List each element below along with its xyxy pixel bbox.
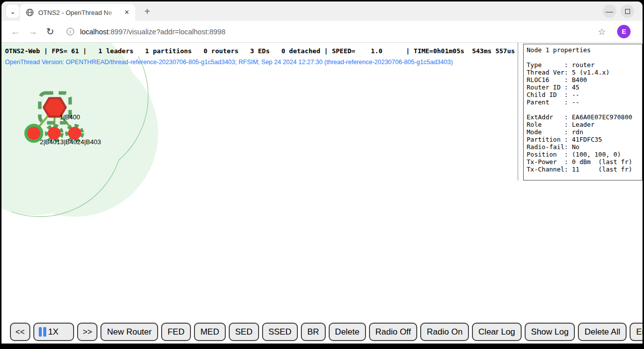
url-text: localhost:8997/visualize?addr=localhost:… <box>80 28 225 36</box>
node-4-label: 4|B403 <box>81 138 101 146</box>
node-properties-title: Node 1 properties <box>527 46 639 54</box>
bookmark-star-icon[interactable]: ☆ <box>595 26 608 37</box>
delete-all-button[interactable]: Delete All <box>578 323 627 341</box>
node-properties-panel: Node 1 properties Type : router Thread V… <box>523 44 643 180</box>
pause-icon <box>39 327 46 337</box>
new-router-button[interactable]: New Router <box>100 323 158 341</box>
canvas-divider <box>518 43 518 180</box>
node-1-label: 1|B400 <box>60 113 80 121</box>
node-2-label: 2|B401 <box>40 138 60 146</box>
action-toolbar: << 1X >> New Router FED MED SED SSED BR … <box>10 323 643 341</box>
speed-label: 1X <box>48 327 59 337</box>
tab-title: OTNS2 - OpenThread Ne <box>38 9 112 16</box>
maximize-icon <box>625 9 630 14</box>
reload-icon[interactable]: ↻ <box>43 25 57 39</box>
chevron-down-icon: ⌄ <box>10 7 16 15</box>
forward-icon[interactable]: → <box>26 25 40 39</box>
speed-up-button[interactable]: >> <box>77 323 97 341</box>
browser-window: ⌄ OTNS2 - OpenThread Ne × + — ← → ↻ i lo… <box>1 1 643 344</box>
energy-stats-button[interactable]: Energy-stats ↗ <box>630 323 643 341</box>
show-log-button[interactable]: Show Log <box>525 323 575 341</box>
tab-close-icon[interactable]: × <box>122 8 131 17</box>
network-graph <box>1 43 524 291</box>
site-info-icon[interactable]: i <box>67 28 74 35</box>
globe-icon <box>26 8 34 16</box>
tab-search-button[interactable]: ⌄ <box>6 4 19 18</box>
url-host: localhost <box>80 28 108 36</box>
sed-button[interactable]: SED <box>229 323 259 341</box>
delete-button[interactable]: Delete <box>329 323 366 341</box>
node-3-label: 3|B402 <box>60 138 81 146</box>
address-bar[interactable]: i localhost:8997/visualize?addr=localhos… <box>61 24 637 40</box>
window-maximize-button[interactable] <box>621 4 634 18</box>
speed-down-button[interactable]: << <box>10 323 30 341</box>
ssed-button[interactable]: SSED <box>262 323 298 341</box>
url-path: :8997/visualize?addr=localhost:8998 <box>108 28 225 36</box>
br-button[interactable]: BR <box>301 323 326 341</box>
med-button[interactable]: MED <box>194 323 226 341</box>
window-minimize-button[interactable]: — <box>603 4 616 18</box>
title-bar: ⌄ OTNS2 - OpenThread Ne × + — <box>1 1 643 21</box>
radio-on-button[interactable]: Radio On <box>420 323 469 341</box>
simulator-status-bar: OTNS2-Web | FPS= 61 | 1 leaders 1 partit… <box>5 47 515 55</box>
new-tab-button[interactable]: + <box>141 5 153 17</box>
openthread-version-line: OpenThread Version: OPENTHREAD/thread-re… <box>5 59 453 66</box>
clear-log-button[interactable]: Clear Log <box>472 323 522 341</box>
node-2-circle[interactable] <box>27 127 40 140</box>
profile-avatar[interactable]: E <box>617 25 631 38</box>
speed-button[interactable]: 1X <box>33 323 75 341</box>
radio-off-button[interactable]: Radio Off <box>369 323 418 341</box>
visualizer-canvas: 1|B400 2|B401 3|B402 4|B403 OTNS2-Web | … <box>1 43 643 344</box>
back-icon[interactable]: ← <box>8 25 22 39</box>
browser-tab[interactable]: OTNS2 - OpenThread Ne × <box>20 4 135 21</box>
navigation-bar: ← → ↻ i localhost:8997/visualize?addr=lo… <box>1 21 643 43</box>
node-properties-body: Type : router Thread Ver: 5 (v1.4.x) RLO… <box>527 61 639 173</box>
fed-button[interactable]: FED <box>161 323 191 341</box>
tab-title-fade <box>105 8 122 17</box>
